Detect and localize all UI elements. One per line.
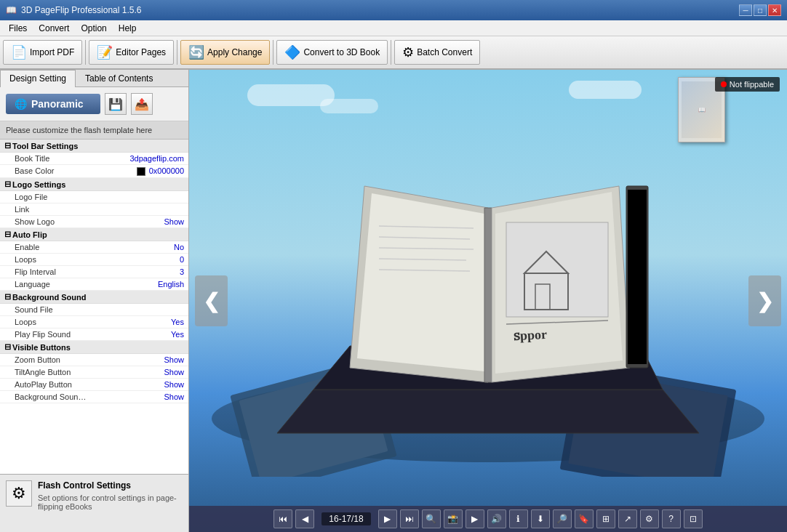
row-loops[interactable]: Loops 0 [0, 254, 188, 266]
toolbar: 📄 Import PDF 📝 Editor Pages 🔄 Apply Chan… [0, 36, 787, 70]
row-link[interactable]: Link [0, 203, 188, 216]
not-flippable-badge: Not flippable [715, 77, 780, 92]
menu-help[interactable]: Help [113, 22, 143, 35]
row-play-flip-sound[interactable]: Play Flip Sound Yes [0, 329, 188, 341]
bottom-toolbar: ⏮ ◀ 16-17/18 ▶ ⏭ 🔍 📸 ▶ [189, 506, 787, 532]
row-language[interactable]: Language English [0, 278, 188, 291]
section-toolbar: ⊟ Tool Bar Settings Book Title 3dpagefli… [0, 140, 188, 178]
editor-pages-button[interactable]: 📝 Editor Pages [89, 40, 174, 65]
row-base-color[interactable]: Base Color 0x000000 [0, 165, 188, 178]
prev-page-button[interactable]: ◀ [295, 509, 314, 528]
toolbar-separator-3 [273, 40, 273, 65]
panel-tabs: Design Setting Table of Contents [0, 70, 188, 87]
background-sound-header[interactable]: ⊟ Background Sound [0, 291, 188, 304]
menu-convert[interactable]: Convert [33, 22, 75, 35]
preview-area: 📖 Not flippable [189, 70, 787, 532]
nav-next-button[interactable]: ❯ [748, 275, 781, 326]
visible-buttons-header[interactable]: ⊟ Visible Buttons [0, 341, 188, 354]
last-page-icon: ⏭ [405, 514, 414, 524]
panoramic-icon: 🌐 [15, 98, 27, 110]
row-flip-interval[interactable]: Flip Interval 3 [0, 266, 188, 278]
search-icon: 🔎 [556, 514, 567, 524]
minimize-button[interactable]: ─ [739, 4, 752, 16]
export-button[interactable]: 📤 [131, 93, 153, 115]
settings-tree[interactable]: ⊟ Tool Bar Settings Book Title 3dpagefli… [0, 140, 188, 474]
row-background-sound-button[interactable]: Background Soun… Show [0, 391, 188, 403]
panoramic-area: 🌐 Panoramic 💾 📤 [0, 87, 188, 121]
last-page-button[interactable]: ⏭ [400, 509, 419, 528]
editor-pages-icon: 📝 [97, 44, 113, 60]
bookmark-icon: 🔖 [578, 514, 589, 524]
download-button[interactable]: ⬇ [531, 509, 550, 528]
flash-control-text: Flash Control Settings Set options for c… [38, 480, 183, 511]
toolbar-settings-header[interactable]: ⊟ Tool Bar Settings [0, 140, 188, 153]
close-button[interactable]: ✕ [768, 4, 781, 16]
apply-change-button[interactable]: 🔄 Apply Change [180, 40, 270, 65]
tab-design-setting[interactable]: Design Setting [0, 70, 76, 87]
toolbar-separator-4 [391, 40, 391, 65]
prev-icon: ◀ [302, 514, 308, 524]
save-button[interactable]: 💾 [105, 93, 127, 115]
main-content: Design Setting Table of Contents 🌐 Panor… [0, 70, 787, 532]
row-sound-file[interactable]: Sound File [0, 304, 188, 316]
row-autoplay-button[interactable]: AutoPlay Button Show [0, 379, 188, 391]
left-panel: Design Setting Table of Contents 🌐 Panor… [0, 70, 189, 532]
sound-button[interactable]: 🔊 [487, 509, 506, 528]
svg-rect-10 [506, 222, 608, 317]
row-zoom-button[interactable]: Zoom Button Show [0, 354, 188, 366]
settings-icon: ⚙ [645, 514, 653, 524]
svg-text:ꜱppor: ꜱppor [513, 327, 547, 343]
tab-table-of-contents[interactable]: Table of Contents [76, 70, 162, 86]
info-button[interactable]: ℹ [509, 509, 528, 528]
row-enable[interactable]: Enable No [0, 241, 188, 254]
book-scene-svg: ꜱppor [204, 99, 772, 477]
zoom-in-button[interactable]: 🔍 [422, 509, 441, 528]
section-logo: ⊟ Logo Settings Logo File Link Show Logo… [0, 178, 188, 228]
play-icon: ▶ [471, 514, 478, 524]
title-bar: 📖 3D PageFlip Professional 1.5.6 ─ □ ✕ [0, 0, 787, 20]
zoom-in-icon: 🔍 [426, 514, 436, 524]
row-sound-loops[interactable]: Loops Yes [0, 316, 188, 329]
svg-rect-17 [628, 190, 647, 364]
toolbar-separator [85, 40, 86, 65]
row-show-logo[interactable]: Show Logo Show [0, 216, 188, 228]
apply-change-icon: 🔄 [188, 44, 204, 60]
collapse-icon-2: ⊟ [4, 180, 11, 189]
menu-option[interactable]: Option [75, 22, 112, 35]
logo-settings-header[interactable]: ⊟ Logo Settings [0, 178, 188, 191]
convert-3d-button[interactable]: 🔷 Convert to 3D Book [276, 40, 388, 65]
row-tiltangle-button[interactable]: TiltAngle Button Show [0, 366, 188, 379]
screenshot-button[interactable]: 📸 [444, 509, 463, 528]
next-page-button[interactable]: ▶ [378, 509, 397, 528]
panoramic-button[interactable]: 🌐 Panoramic [6, 94, 100, 114]
batch-convert-button[interactable]: ⚙ Batch Convert [394, 40, 480, 65]
grid-icon: ⊞ [602, 514, 610, 524]
maximize-button[interactable]: □ [754, 4, 767, 16]
template-info: Please customize the flash template here [0, 121, 188, 140]
collapse-icon-4: ⊟ [4, 292, 11, 302]
fullscreen-icon: ⊡ [690, 514, 697, 524]
flash-control-panel: ⚙ Flash Control Settings Set options for… [0, 474, 188, 532]
auto-flip-header[interactable]: ⊟ Auto Flip [0, 228, 188, 241]
red-dot-icon [721, 81, 727, 87]
search-button[interactable]: 🔎 [553, 509, 572, 528]
convert-3d-icon: 🔷 [284, 44, 300, 60]
autoplay-button[interactable]: ▶ [466, 509, 484, 528]
menu-files[interactable]: Files [3, 22, 33, 35]
grid-button[interactable]: ⊞ [596, 509, 615, 528]
row-book-title[interactable]: Book Title 3dpageflip.com [0, 153, 188, 165]
fullscreen-button[interactable]: ⊡ [684, 509, 703, 528]
settings-button[interactable]: ⚙ [640, 509, 659, 528]
first-page-button[interactable]: ⏮ [273, 509, 292, 528]
row-logo-file[interactable]: Logo File [0, 191, 188, 203]
cloud-3 [569, 81, 642, 99]
page-indicator: 16-17/18 [321, 512, 370, 525]
app-title: 📖 3D PageFlip Professional 1.5.6 [6, 5, 141, 15]
nav-prev-button[interactable]: ❮ [195, 275, 228, 326]
import-pdf-button[interactable]: 📄 Import PDF [3, 40, 82, 65]
share-button[interactable]: ↗ [618, 509, 637, 528]
help-button[interactable]: ? [662, 509, 681, 528]
color-swatch [137, 167, 145, 176]
menu-bar: Files Convert Option Help [0, 20, 787, 36]
bookmark-button[interactable]: 🔖 [575, 509, 594, 528]
